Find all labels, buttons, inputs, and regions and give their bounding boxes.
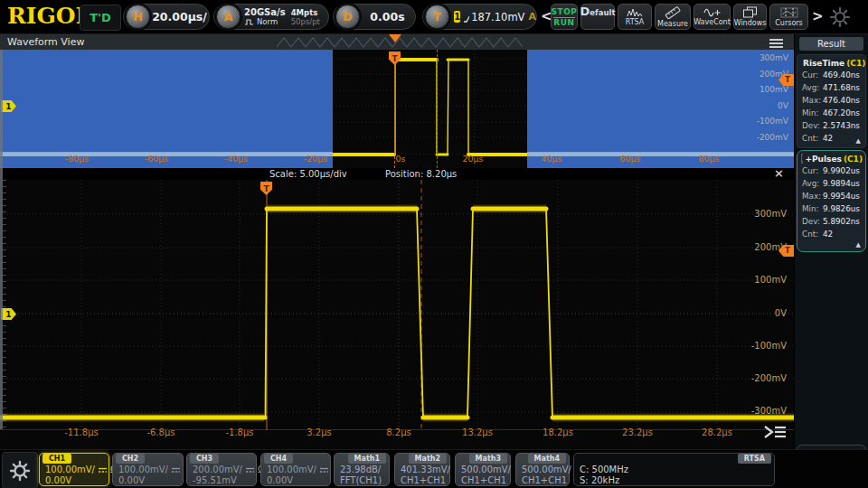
math-tab: Math1 (348, 454, 386, 464)
dc-coupling-icon (171, 466, 181, 474)
settings-gear-icon[interactable] (827, 5, 853, 30)
overview-plot-area[interactable]: -80μs -60μs -40μs -20μs 0s 20μs 40μs 60μ… (0, 50, 794, 168)
acquire-knob[interactable]: A (216, 5, 241, 29)
cursors-button[interactable]: Cursors (769, 4, 808, 30)
trigger-position-pointer[interactable] (389, 34, 401, 42)
channel-scale: 100.00mV/ (45, 465, 95, 474)
stat-value: 42 (823, 134, 833, 143)
delay-section[interactable]: D 0.00s (333, 4, 416, 30)
main-plot-area[interactable]: 300mV 200mV 100mV 0V -100mV -200mV -300m… (0, 180, 794, 449)
close-zoom-icon[interactable]: × (774, 166, 784, 180)
overview-y-label: 300mV (741, 53, 788, 62)
measurement-card-pulses[interactable]: +Pulses (C1) Cur:9.9902us Avg:9.9894us M… (797, 150, 866, 252)
toolbar-next-arrow[interactable]: > (812, 8, 824, 24)
overview-x-label: 60μs (599, 154, 662, 164)
zoom-scale-text: Scale: 5.00μs/div (269, 169, 347, 179)
main-y-label: 300mV (740, 209, 787, 219)
ruler-icon (664, 6, 682, 19)
math-box-math2[interactable]: Math2 401.33mV/ CH1+CH1 (394, 453, 450, 486)
stop-run-button[interactable]: STOP RUN (551, 4, 578, 30)
trigger-level: 187.10mV (471, 11, 524, 23)
math-tab: Math2 (409, 454, 447, 464)
math-scale: 500.00mV/ (461, 465, 511, 474)
channel-box-ch4[interactable]: CH4 100.00mV/ 0.00V (260, 453, 331, 486)
rising-edge-icon (462, 9, 469, 24)
bottom-channel-bar: CH1 100.00mV/ Ω 0.00V CH2 100.00mV/ 0.00… (0, 449, 868, 488)
main-x-label: -1.8μs (208, 427, 271, 437)
wavecont-button[interactable]: WaveCont (693, 4, 731, 30)
cursors-icon (780, 7, 798, 18)
stat-label: Min: (802, 204, 823, 213)
stat-value: 2.5743ns (823, 121, 860, 130)
stat-value: 5.8902ns (823, 217, 860, 226)
collapse-arrow-icon[interactable]: ▲ (856, 241, 861, 249)
trigger-knob[interactable]: T (425, 5, 449, 29)
stat-value: 467.20ns (823, 108, 860, 117)
zoom-overlay-left (0, 50, 333, 168)
left-edge-strip (0, 50, 3, 429)
stat-label: Max: (802, 96, 823, 105)
windows-button[interactable]: Windows (733, 4, 767, 30)
main-plot-grid (0, 180, 794, 430)
measure-button[interactable]: Measure (655, 4, 691, 30)
math-scale: 401.33mV/ (401, 465, 450, 474)
channel-box-ch3[interactable]: CH3 200.00mV/ Ω -95.51mV (186, 453, 257, 486)
math-box-math4[interactable]: Math4 500.00mV/ CH1+CH1 (515, 453, 570, 486)
stat-label: Dev: (802, 121, 823, 130)
overview-x-label: -60μs (125, 154, 188, 164)
trigger-source-badge: 1 (454, 11, 460, 23)
channel-scale: 100.00mV/ (267, 465, 316, 474)
collapse-arrow-icon[interactable]: ▲ (856, 137, 861, 145)
main-y-label: -200mV (740, 373, 787, 383)
stat-value: 9.9894us (823, 179, 860, 188)
channel-scale: 200.00mV/ (193, 465, 242, 474)
math-tab: Math3 (469, 454, 507, 464)
channel-box-ch1[interactable]: CH1 100.00mV/ Ω 0.00V (39, 453, 109, 486)
rtsa-label: RTSA (626, 18, 645, 26)
overview-y-label: 100mV (741, 85, 788, 94)
measurement-card-risetime[interactable]: RiseTime (C1) Cur:469.40ns Avg:471.68ns … (797, 54, 866, 148)
channel-box-ch2[interactable]: CH2 100.00mV/ 0.00V (112, 453, 184, 486)
channel-offset: 0.00V (45, 475, 71, 485)
trigger-sweep-mode: A (528, 11, 536, 23)
channel-settings-button[interactable] (2, 452, 38, 488)
math-expression: FFT(CH1) (340, 475, 382, 485)
rtsa-button[interactable]: RTSA (618, 4, 652, 30)
trigger-status-badge: T'D (80, 5, 121, 31)
overview-x-label: 20μs (441, 154, 505, 164)
top-toolbar: RIGOL T'D H 20.00μs/ A 20GSa/s Norm 4Mpt… (0, 0, 868, 34)
windows-icon (742, 6, 758, 18)
stat-label: Cnt: (802, 134, 823, 143)
overview-x-label: 0s (369, 154, 432, 164)
acquisition-preview-strip[interactable] (277, 35, 765, 49)
main-y-label: 100mV (740, 275, 787, 285)
main-x-label: -6.8μs (129, 427, 193, 437)
default-button[interactable]: D efault (580, 4, 615, 30)
measurement-name: +Pulses (805, 155, 841, 164)
wavecont-label: WaveCont (693, 18, 731, 26)
trigger-section[interactable]: T 1 187.10mV A (422, 4, 537, 30)
acquire-section[interactable]: A 20GSa/s Norm 4Mpts 50ps/pt (213, 4, 329, 30)
dc-coupling-icon (98, 466, 108, 474)
main-x-label: 13.2μs (446, 427, 509, 437)
math-box-math1[interactable]: Math1 23.98dB/ FFT(CH1) (334, 453, 390, 486)
horizontal-knob[interactable]: H (126, 5, 150, 29)
stat-label: Dev: (802, 217, 823, 226)
rtsa-box[interactable]: RTSA C: 500MHz S: 20kHz (573, 453, 775, 486)
channel-tab: CH3 (190, 454, 219, 464)
plot-menu-icon[interactable] (762, 424, 788, 440)
acquire-mode: Norm (257, 17, 278, 26)
main-x-label: 23.2μs (606, 427, 669, 437)
delay-knob[interactable]: D (335, 5, 360, 29)
main-y-label: 0V (740, 308, 787, 318)
math-box-math3[interactable]: Math3 500.00mV/ CH1+CH1 (455, 453, 511, 486)
rtsa-center-freq: C: 500MHz (580, 465, 628, 474)
horizontal-section[interactable]: H 20.00μs/ (123, 4, 210, 30)
overview-position-line (437, 50, 438, 168)
zoom-info-bar: Scale: 5.00μs/div Position: 8.20μs × (0, 168, 794, 180)
waveform-menu-icon[interactable] (769, 37, 783, 50)
result-panel-title: Result (799, 37, 863, 51)
resolution: 50ps/pt (291, 17, 320, 26)
stat-label: Avg: (802, 83, 823, 92)
overview-y-label: -100mV (741, 117, 788, 126)
